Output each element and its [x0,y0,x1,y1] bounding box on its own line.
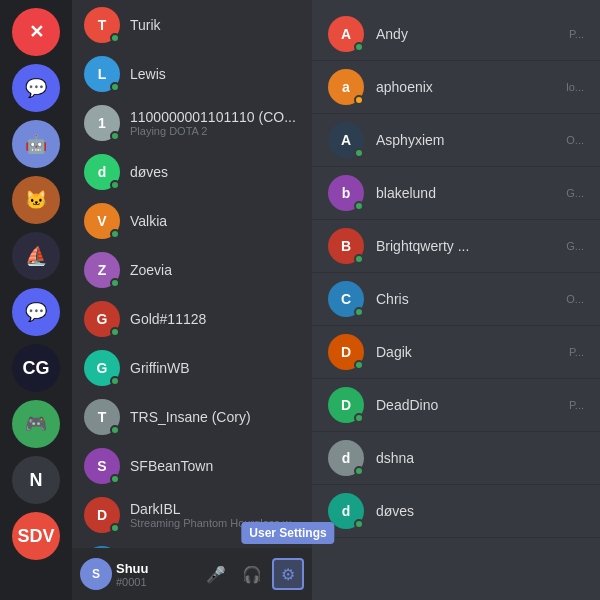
user-bar-icons: 🎤 🎧 ⚙ User Settings [200,558,304,590]
friend-item[interactable]: 11100000001101110 (CO...Playing DOTA 2 [76,99,308,147]
friend-name: DarkIBL [130,501,299,517]
online-status-dot [354,413,364,423]
online-username: Chris [376,291,558,307]
server-icon-s10[interactable]: SDV [12,512,60,560]
online-avatar-wrap: A [328,16,364,52]
status-dot [110,376,120,386]
online-avatar-wrap: A [328,122,364,158]
server-icon-s9[interactable]: N [12,456,60,504]
online-user-item[interactable]: BBrightqwerty ...G... [312,220,600,273]
online-status-dot [354,360,364,370]
online-game: P... [569,399,584,411]
friend-item[interactable]: ZZoevia [76,246,308,294]
friend-name: døves [130,164,168,180]
friend-avatar-wrap: G [84,301,120,337]
friend-info: Lewis [130,66,166,82]
online-status-dot [354,148,364,158]
friend-name: Valkia [130,213,167,229]
user-bar: S Shuu #0001 🎤 🎧 ⚙ User Settings [72,548,312,600]
status-dot [110,327,120,337]
online-username: DeadDino [376,397,561,413]
server-icon-s5[interactable]: ⛵ [12,232,60,280]
friend-info: Gold#11128 [130,311,206,327]
status-dot [110,523,120,533]
friend-avatar-wrap: T [84,7,120,43]
online-user-item[interactable]: AAsphyxiemO... [312,114,600,167]
status-dot [110,425,120,435]
online-list: AAndyP...aaphoenixlo...AAsphyxiemO...bbl… [312,0,600,600]
friend-item[interactable]: TTurik [76,1,308,49]
friend-item[interactable]: GGold#11128 [76,295,308,343]
username: Shuu [116,561,196,576]
online-username: blakelund [376,185,558,201]
online-avatar-wrap: B [328,228,364,264]
friend-info: SFBeanTown [130,458,213,474]
server-icon-s7[interactable]: CG [12,344,60,392]
online-status-dot [354,519,364,529]
online-avatar-wrap: b [328,175,364,211]
online-user-item[interactable]: ddøves [312,485,600,538]
right-panel: AAndyP...aaphoenixlo...AAsphyxiemO...bbl… [312,0,600,600]
server-sidebar: ✕💬🤖🐱⛵💬CG🎮NSDV [0,0,72,600]
status-dot [110,131,120,141]
online-user-item[interactable]: AAndyP... [312,8,600,61]
online-user-item[interactable]: CChrisO... [312,273,600,326]
online-user-item[interactable]: ddshna [312,432,600,485]
friend-item[interactable]: DDarkIBLStreaming Phantom Hourglass w... [76,491,308,539]
friend-info: TRS_Insane (Cory) [130,409,251,425]
server-icon-s1[interactable]: ✕ [12,8,60,56]
deafen-button[interactable]: 🎧 [236,558,268,590]
friend-avatar-wrap: 1 [84,105,120,141]
online-game: P... [569,28,584,40]
mute-button[interactable]: 🎤 [200,558,232,590]
status-dot [110,180,120,190]
online-avatar-wrap: D [328,387,364,423]
online-username: aphoenix [376,79,558,95]
friend-item[interactable]: LLewis [76,50,308,98]
server-icon-s6[interactable]: 💬 [12,288,60,336]
friend-avatar-wrap: Z [84,252,120,288]
friend-item[interactable]: TTRS_Insane (Cory) [76,393,308,441]
server-icon-s3[interactable]: 🤖 [12,120,60,168]
online-username: døves [376,503,584,519]
online-status-dot [354,254,364,264]
channel-sidebar: TTurikLLewis11100000001101110 (CO...Play… [72,0,312,600]
status-dot [110,278,120,288]
friends-list: TTurikLLewis11100000001101110 (CO...Play… [72,0,312,548]
friend-info: Valkia [130,213,167,229]
online-avatar-wrap: D [328,334,364,370]
friend-avatar-wrap: S [84,448,120,484]
online-user-item[interactable]: DDeadDinoP... [312,379,600,432]
friend-sub: Streaming Phantom Hourglass w... [130,517,299,529]
server-icon-s2[interactable]: 💬 [12,64,60,112]
friend-name: TRS_Insane (Cory) [130,409,251,425]
online-username: Dagik [376,344,561,360]
user-avatar: S [80,558,112,590]
online-status-dot [354,307,364,317]
online-user-item[interactable]: DDagikP... [312,326,600,379]
settings-button[interactable]: ⚙ User Settings [272,558,304,590]
friend-item[interactable]: VValkia [76,197,308,245]
friend-avatar-wrap: G [84,350,120,386]
online-user-item[interactable]: bblakelundG... [312,167,600,220]
online-username: Brightqwerty ... [376,238,558,254]
friend-item[interactable]: ddøves [76,148,308,196]
online-username: dshna [376,450,584,466]
server-icon-s8[interactable]: 🎮 [12,400,60,448]
server-icon-s4[interactable]: 🐱 [12,176,60,224]
friend-item[interactable]: CColor [76,540,308,548]
friend-info: døves [130,164,168,180]
friend-sub: Playing DOTA 2 [130,125,296,137]
online-user-item[interactable]: aaphoenixlo... [312,61,600,114]
friend-name: SFBeanTown [130,458,213,474]
online-avatar-wrap: d [328,493,364,529]
friend-info: GriffinWB [130,360,190,376]
online-username: Andy [376,26,561,42]
status-dot [110,229,120,239]
friend-item[interactable]: SSFBeanTown [76,442,308,490]
friend-avatar-wrap: d [84,154,120,190]
friend-name: 1100000001101110 (CO... [130,109,296,125]
friend-item[interactable]: GGriffinWB [76,344,308,392]
discriminator: #0001 [116,576,196,588]
friend-avatar-wrap: T [84,399,120,435]
